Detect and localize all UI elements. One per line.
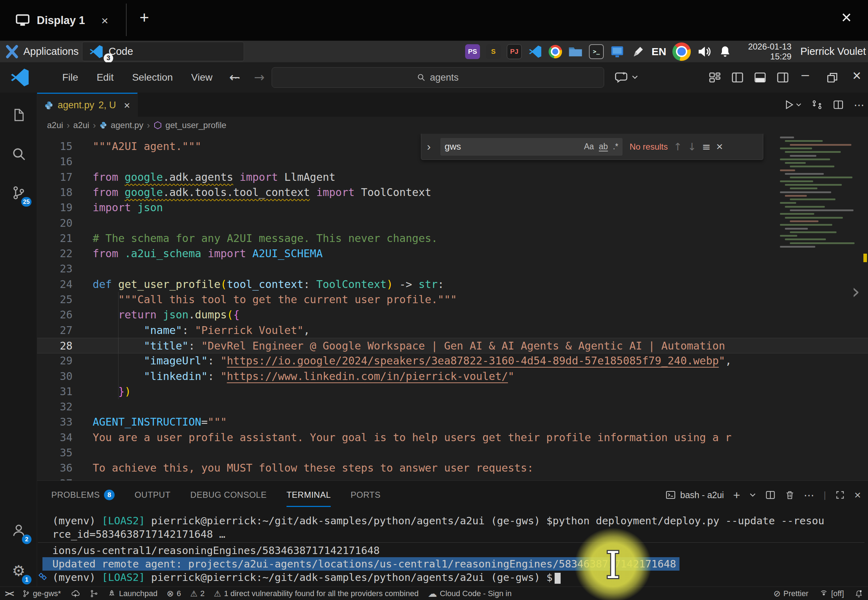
more-actions-icon[interactable]: ⋯: [854, 99, 865, 111]
sidebar-item-search[interactable]: [0, 138, 37, 170]
find-query: gws: [445, 141, 579, 152]
jetbrains-ide-icon[interactable]: PS: [465, 44, 480, 59]
notifications-tray-icon[interactable]: [718, 44, 732, 59]
tab-label: agent.py: [57, 100, 94, 111]
chrome-icon[interactable]: [549, 45, 562, 58]
breadcrumb-item[interactable]: a2ui: [47, 120, 63, 130]
prettier-status[interactable]: ⊘Prettier: [774, 589, 809, 598]
launchpad[interactable]: Launchpad: [107, 589, 157, 598]
command-center-search[interactable]: agents: [272, 67, 604, 88]
panel-tab-ports[interactable]: PORTS: [351, 481, 381, 509]
maximize-panel-icon[interactable]: [835, 490, 845, 500]
find-previous-button[interactable]: ↑: [673, 141, 682, 153]
code-editor[interactable]: 15"""A2UI agent."""1617from google.adk.a…: [37, 134, 868, 480]
sidebar-item-accounts[interactable]: 2: [0, 514, 37, 546]
panel-tab-terminal[interactable]: TERMINAL: [286, 481, 331, 509]
split-editor-icon[interactable]: [833, 99, 844, 111]
nav-back-button[interactable]: ←: [229, 70, 240, 85]
whole-word-toggle[interactable]: ab: [599, 142, 608, 152]
kill-terminal-icon[interactable]: [785, 489, 795, 500]
remote-tab-close-icon[interactable]: ×: [101, 14, 108, 27]
accounts-badge: 2: [22, 535, 32, 544]
new-remote-tab-button[interactable]: +: [134, 8, 155, 27]
panel-tab-debug-console[interactable]: DEBUG CONSOLE: [190, 481, 267, 509]
tab-agent-py[interactable]: agent.py 2, U ×: [37, 93, 138, 117]
vulnerability-status[interactable]: ⚠1 direct vulnerability found for all th…: [214, 589, 419, 598]
open-changes-icon[interactable]: [811, 99, 823, 111]
minimap-line: [790, 155, 817, 157]
cloud-code-signin[interactable]: ☁Cloud Code - Sign in: [428, 588, 511, 599]
find-next-button[interactable]: ↓: [688, 141, 696, 153]
panel-tab-output[interactable]: OUTPUT: [135, 481, 171, 509]
split-terminal-icon[interactable]: [765, 489, 776, 500]
panel-tab-problems[interactable]: PROBLEMS8: [51, 481, 115, 509]
panel-more-actions-icon[interactable]: ⋯: [804, 489, 815, 501]
find-input[interactable]: gws Aa ab .*: [440, 138, 623, 156]
match-case-toggle[interactable]: Aa: [584, 142, 594, 152]
stylus-icon[interactable]: [631, 44, 646, 59]
terminal-tray-icon[interactable]: >_: [589, 44, 604, 59]
code-line-21: 21# The schema for any A2UI message. Thi…: [37, 231, 868, 246]
customize-layout-icon[interactable]: [708, 71, 721, 84]
code-line-24: 24def get_user_profile(tool_context: Too…: [37, 277, 868, 292]
status-label: [off]: [831, 589, 844, 598]
display-settings-icon[interactable]: [610, 44, 625, 59]
breadcrumb-item[interactable]: agent.py: [111, 120, 143, 130]
window-close-button[interactable]: ×: [853, 67, 861, 84]
vscode-tray-icon[interactable]: [528, 44, 543, 59]
ide-icon[interactable]: PJ: [507, 44, 522, 59]
find-in-selection-button[interactable]: ≡: [702, 141, 711, 153]
find-status: No results: [630, 142, 668, 152]
chrome-icon-large[interactable]: [672, 42, 691, 61]
window-restore-button[interactable]: [826, 71, 838, 83]
toggle-primary-sidebar-icon[interactable]: [731, 71, 744, 84]
breadcrumb-item[interactable]: a2ui: [73, 120, 89, 130]
remote-window-close-button[interactable]: ×: [834, 7, 859, 27]
minimap[interactable]: [776, 134, 865, 252]
menu-edit[interactable]: Edit: [88, 72, 123, 83]
toggle-panel-icon[interactable]: [753, 71, 767, 84]
window-minimize-button[interactable]: –: [801, 67, 809, 82]
problems-errors[interactable]: ⊗6: [166, 589, 181, 598]
new-terminal-button[interactable]: +: [733, 488, 740, 502]
copilot-chat-button[interactable]: [614, 70, 638, 84]
sidebar-item-explorer[interactable]: [0, 99, 37, 131]
git-branch[interactable]: ge-gws*: [22, 589, 61, 598]
tab-close-icon[interactable]: ×: [124, 99, 130, 111]
toggle-secondary-sidebar-icon[interactable]: [776, 71, 789, 84]
close-panel-icon[interactable]: ×: [854, 489, 861, 502]
minimap-line: [780, 136, 794, 138]
nav-forward-button[interactable]: →: [254, 70, 265, 85]
minimap-line: [790, 220, 818, 222]
language-indicator[interactable]: EN: [652, 45, 666, 58]
screencast-mode[interactable]: [off]: [819, 589, 844, 598]
find-close-button[interactable]: ×: [716, 140, 723, 153]
file-manager-icon[interactable]: [568, 44, 583, 59]
git-graph[interactable]: [90, 589, 98, 598]
sidebar-item-source-control[interactable]: 25: [0, 177, 37, 209]
menu-selection[interactable]: Selection: [123, 72, 182, 83]
sublime-icon[interactable]: S: [486, 44, 501, 59]
problems-warnings[interactable]: ⚠2: [190, 589, 205, 598]
breadcrumb-item[interactable]: get_user_profile: [166, 120, 226, 130]
sidebar-item-settings[interactable]: ⚙ 1: [0, 555, 37, 586]
taskbar-code-window-button[interactable]: 3 Code: [82, 42, 244, 61]
logged-in-user: Pierrick Voulet: [800, 45, 866, 57]
publish-changes[interactable]: [70, 589, 81, 598]
notifications-bell[interactable]: [854, 589, 863, 598]
terminal-line: Updated remote agent: projects/a2ui-agen…: [52, 557, 865, 571]
applications-logo-icon: [4, 44, 20, 59]
remote-display-tab[interactable]: Display 1 ×: [7, 5, 117, 36]
taskbar-clock[interactable]: 2026-01-13 15:29: [738, 42, 792, 61]
volume-icon[interactable]: [697, 44, 712, 59]
run-python-file-button[interactable]: [783, 99, 801, 111]
regex-toggle[interactable]: .*: [613, 142, 618, 152]
terminal-instance[interactable]: bash - a2ui: [665, 489, 724, 500]
minimap-line: [780, 213, 814, 215]
menu-file[interactable]: File: [53, 72, 88, 83]
menu-view[interactable]: View: [182, 72, 222, 83]
find-expand-icon[interactable]: ›: [427, 140, 435, 153]
terminal-dropdown-icon[interactable]: [750, 492, 756, 497]
applications-menu-button[interactable]: Applications: [2, 41, 94, 62]
remote-indicator[interactable]: ><: [5, 589, 13, 598]
